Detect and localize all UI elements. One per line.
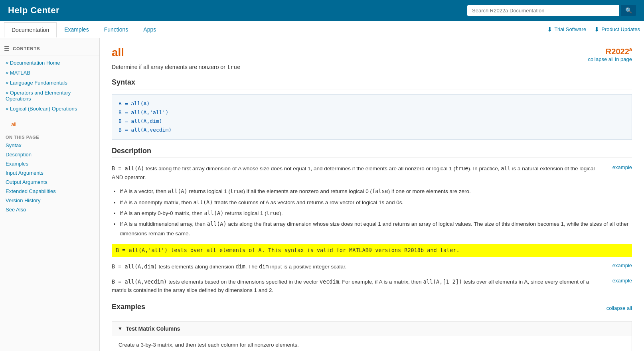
search-input[interactable] <box>467 5 619 16</box>
tab-documentation[interactable]: Documentation <box>4 22 57 37</box>
desc-row-3-text: B = all(A,vecdim) tests elements based o… <box>112 278 604 295</box>
accordion-header-test-matrix[interactable]: ▼ Test Matrix Columns <box>112 321 632 336</box>
menu-icon: ☰ <box>4 45 10 52</box>
desc-row-2: B = all(A,dim) tests elements along dime… <box>112 261 632 273</box>
syntax-line-4: B = all(A,vecdim) <box>119 126 625 134</box>
main-content: all R2022a collapse all in page Determin… <box>100 38 644 351</box>
nav-right: ⬇ Trial Software ⬇ Product Updates <box>547 26 640 33</box>
bullet-4: If A is a multidimensional array, then a… <box>120 219 632 239</box>
sidebar-onpage-syntax[interactable]: Syntax <box>0 141 99 150</box>
accordion-test-matrix: ▼ Test Matrix Columns Create a 3-by-3 ma… <box>112 321 632 351</box>
bullet-2: If A is a nonempty matrix, then all(A) t… <box>120 197 632 207</box>
collapse-all-link[interactable]: collapse all in page <box>588 56 632 62</box>
sidebar-onpage-version-history[interactable]: Version History <box>0 196 99 205</box>
nav-tabs: Documentation Examples Functions Apps <box>4 22 164 37</box>
sidebar: ☰ CONTENTS « Documentation Home « MATLAB… <box>0 38 100 351</box>
product-updates-link[interactable]: ⬇ Product Updates <box>594 26 640 33</box>
description-bullets: If A is a vector, then all(A) returns lo… <box>120 186 632 239</box>
highlight-row: B = all(A,'all') tests over all elements… <box>112 244 632 257</box>
version-badge: R2022a <box>588 46 632 56</box>
description-main-text: B = all(A) tests along the first array d… <box>112 164 604 181</box>
example-link-2[interactable]: example <box>612 262 632 268</box>
page-title-row: all R2022a collapse all in page <box>112 46 632 62</box>
example-link-1[interactable]: example <box>612 164 632 170</box>
tab-apps[interactable]: Apps <box>136 22 164 37</box>
bullet-3: If A is an empty 0-by-0 matrix, then all… <box>120 208 632 218</box>
trial-software-link[interactable]: ⬇ Trial Software <box>547 26 586 33</box>
contents-header: ☰ CONTENTS <box>0 42 99 55</box>
examples-title: Examples <box>112 303 145 314</box>
download-icon-trial: ⬇ <box>547 26 552 33</box>
page-subtitle: Determine if all array elements are nonz… <box>112 64 632 70</box>
on-this-page-label: ON THIS PAGE <box>0 131 99 141</box>
app-logo: Help Center <box>8 5 59 16</box>
sidebar-onpage-input-args[interactable]: Input Arguments <box>0 168 99 177</box>
page-title: all <box>112 46 124 59</box>
sidebar-item-ops-elem[interactable]: « Operators and Elementary Operations <box>0 88 99 104</box>
collapse-all-examples-link[interactable]: collapse all <box>606 305 632 311</box>
syntax-line-1: B = all(A) <box>119 99 625 108</box>
sidebar-onpage-examples[interactable]: Examples <box>0 159 99 168</box>
desc-row-3: B = all(A,vecdim) tests elements based o… <box>112 276 632 296</box>
accordion-body-test-matrix: Create a 3-by-3 matrix, and then test ea… <box>112 336 632 351</box>
description-main-row: B = all(A) tests along the first array d… <box>112 163 632 183</box>
examples-section: Examples collapse all ▼ Test Matrix Colu… <box>112 303 632 351</box>
accordion-title-test-matrix: Test Matrix Columns <box>126 325 180 332</box>
bullet-1: If A is a vector, then all(A) returns lo… <box>120 186 632 196</box>
syntax-line-3: B = all(A,dim) <box>119 117 625 126</box>
description-title: Description <box>112 147 632 158</box>
tab-examples[interactable]: Examples <box>57 22 96 37</box>
syntax-title: Syntax <box>112 78 632 89</box>
tab-functions[interactable]: Functions <box>97 22 136 37</box>
syntax-code-block: B = all(A) B = all(A,'all') B = all(A,di… <box>112 94 632 140</box>
sidebar-item-matlab[interactable]: « MATLAB <box>0 68 99 78</box>
search-container: 🔍 <box>467 5 636 16</box>
sidebar-item-all[interactable]: all <box>6 119 94 129</box>
sidebar-onpage-see-also[interactable]: See Also <box>0 205 99 214</box>
header: Help Center 🔍 <box>0 0 644 21</box>
sidebar-onpage-description[interactable]: Description <box>0 150 99 159</box>
accordion-desc: Create a 3-by-3 matrix, and then test ea… <box>119 342 625 348</box>
sidebar-item-lang-fund[interactable]: « Language Fundamentals <box>0 78 99 88</box>
download-icon-updates: ⬇ <box>594 26 599 33</box>
version-area: R2022a collapse all in page <box>588 46 632 62</box>
subnav: Documentation Examples Functions Apps ⬇ … <box>0 21 644 38</box>
sidebar-onpage-output-args[interactable]: Output Arguments <box>0 177 99 187</box>
example-link-3[interactable]: example <box>612 278 632 284</box>
sidebar-onpage-extended[interactable]: Extended Capabilities <box>0 187 99 196</box>
syntax-line-2: B = all(A,'all') <box>119 108 625 117</box>
sidebar-item-doc-home[interactable]: « Documentation Home <box>0 58 99 68</box>
sidebar-item-logical-ops[interactable]: « Logical (Boolean) Operations <box>0 104 99 114</box>
layout: ☰ CONTENTS « Documentation Home « MATLAB… <box>0 38 644 351</box>
accordion-arrow: ▼ <box>118 326 122 331</box>
desc-row-2-text: B = all(A,dim) tests elements along dime… <box>112 262 604 271</box>
search-button[interactable]: 🔍 <box>621 5 636 16</box>
examples-header-row: Examples collapse all <box>112 303 632 316</box>
